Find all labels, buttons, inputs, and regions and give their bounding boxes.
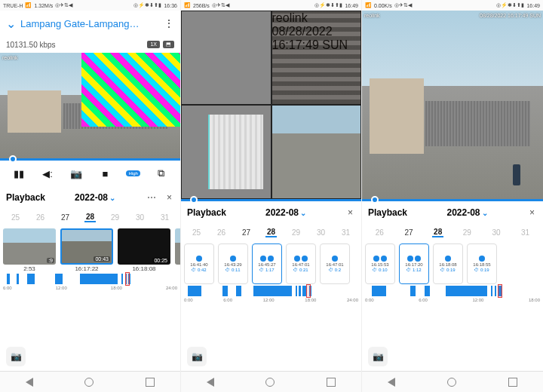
close-button[interactable]: × xyxy=(164,192,174,203)
playback-header: Playback 2022-08⌄ ⋯ × xyxy=(0,186,180,209)
speed-chip[interactable]: 1X xyxy=(147,41,160,48)
mute-button[interactable]: ◀: xyxy=(40,166,55,181)
timeline[interactable]: 0:00 6:00 12:00 18:00 24:00 xyxy=(181,284,361,310)
day-26[interactable]: 26 xyxy=(35,213,46,222)
clip-thumb[interactable]: 00:4316:17:22 xyxy=(60,228,113,272)
timeline[interactable]: 6:00 12:00 18:00 24:00 xyxy=(0,272,180,298)
day-28[interactable]: 28 xyxy=(84,213,96,222)
clock: 16:49 xyxy=(345,3,358,8)
clip-card[interactable]: 16:45:27⏱ 1:17 xyxy=(252,243,282,284)
day-26[interactable]: 26 xyxy=(216,228,227,237)
timestamp-overlay: 08/28/2022 16:17:49 SUN xyxy=(272,25,361,52)
brand-watermark: reolink xyxy=(364,13,380,18)
net-speed: 256B/s xyxy=(193,3,210,8)
tick: 12:00 xyxy=(56,286,67,290)
status-icons: ◎✈⇅◀ xyxy=(55,2,72,8)
day-29[interactable]: 29 xyxy=(462,228,473,237)
clip-card[interactable]: 16:47:01⏱ 0:2 xyxy=(320,243,350,284)
day-selector: 25 26 27 28 29 30 31 xyxy=(181,224,361,240)
clip-card[interactable]: 16:43:29⏱ 0:11 xyxy=(218,243,248,284)
day-27[interactable]: 27 xyxy=(241,228,252,237)
timeline[interactable]: 0:00 6:00 12:00 18:00 xyxy=(362,284,543,310)
camera-fab[interactable]: 📷 xyxy=(6,347,26,366)
clip-card[interactable]: 16:18:55⏱ 0:19 xyxy=(467,243,497,284)
day-30[interactable]: 30 xyxy=(490,228,502,237)
status-icons-right: ◎⚡✱⬇⬆▮ xyxy=(314,2,342,8)
day-30[interactable]: 30 xyxy=(315,228,327,237)
clip-card[interactable]: 16:18:08⏱ 0:19 xyxy=(433,243,463,284)
brand-watermark: reolink xyxy=(272,11,361,25)
day-selector: 26 27 28 29 30 31 xyxy=(362,224,543,240)
video-feed[interactable]: reolink 08/28/2022 16:17:49 SUN xyxy=(362,11,543,199)
day-25[interactable]: 25 xyxy=(10,213,21,222)
day-25[interactable]: 25 xyxy=(191,228,202,237)
screen-2: 📶256B/s◎✈⇅◀ ◎⚡✱⬇⬆▮16:49 reolink08/28/202… xyxy=(181,0,362,392)
menu-button[interactable]: ⋮ xyxy=(164,17,174,29)
clip-card[interactable]: 16:15:53⏱ 0:10 xyxy=(365,243,395,284)
nav-recent[interactable] xyxy=(327,378,336,387)
tick: 24:00 xyxy=(347,298,358,302)
scrubber[interactable] xyxy=(181,199,361,201)
close-button[interactable]: × xyxy=(527,207,537,218)
quality-button[interactable]: High xyxy=(126,170,140,176)
nav-recent[interactable] xyxy=(146,378,155,387)
tick: 6:00 xyxy=(3,286,12,290)
day-27[interactable]: 27 xyxy=(403,228,414,237)
timestamp-overlay: 08/28/2022 16:17:49 SUN xyxy=(480,13,541,18)
playback-header: Playback 2022-08⌄ × xyxy=(181,201,361,224)
scrubber[interactable] xyxy=(362,199,543,201)
nav-back[interactable] xyxy=(207,378,214,387)
day-28[interactable]: 28 xyxy=(265,228,277,237)
camera-fab[interactable]: 📷 xyxy=(368,347,388,366)
status-bar: 📶0.00K/s◎✈⇅◀ ◎⚡✱⬇⬆▮16:49 xyxy=(362,0,543,11)
tick: 18:00 xyxy=(111,286,122,290)
clock: 16:49 xyxy=(526,3,540,8)
day-30[interactable]: 30 xyxy=(134,213,146,222)
close-button[interactable]: × xyxy=(345,207,355,218)
nav-home[interactable] xyxy=(265,378,275,387)
back-button[interactable]: ⌄ xyxy=(6,17,16,31)
camera-fab[interactable]: 📷 xyxy=(187,347,207,366)
day-31[interactable]: 31 xyxy=(159,213,170,222)
clip-card[interactable]: 16:47:01⏱ 0:21 xyxy=(286,243,316,284)
video-grid[interactable]: reolink08/28/2022 16:17:49 SUN xyxy=(181,11,361,199)
video-feed[interactable]: reolink xyxy=(0,53,180,158)
nav-home[interactable] xyxy=(447,378,456,387)
bitrate-row: 10131.50 kbps 1X ⬒ xyxy=(0,36,180,53)
day-31[interactable]: 31 xyxy=(520,228,531,237)
bitrate-label: 10131.50 kbps xyxy=(6,41,56,49)
nav-home[interactable] xyxy=(84,378,94,387)
android-navbar xyxy=(362,371,543,392)
nav-recent[interactable] xyxy=(508,378,517,387)
day-29[interactable]: 29 xyxy=(290,228,302,237)
snapshot-button[interactable]: 📷 xyxy=(69,166,84,181)
day-29[interactable]: 29 xyxy=(109,213,121,222)
month-selector[interactable]: 2022-08⌄ xyxy=(447,207,488,218)
net-speed: 1.32M/s xyxy=(34,3,53,8)
scrubber[interactable] xyxy=(0,158,180,161)
clip-thumb[interactable]: :92:53 xyxy=(3,228,56,272)
tick: 6:00 xyxy=(419,298,428,302)
record-button[interactable]: ■ xyxy=(97,166,112,181)
layout-chip[interactable]: ⬒ xyxy=(163,41,174,48)
month-selector[interactable]: 2022-08⌄ xyxy=(265,207,306,218)
month-selector[interactable]: 2022-08⌄ xyxy=(75,192,115,203)
pause-button[interactable]: ▮▮ xyxy=(11,166,26,181)
player-controls: ▮▮ ◀: 📷 ■ High ⧉ xyxy=(0,161,180,186)
clip-card[interactable]: 16:41:40⏱ 0:42 xyxy=(184,243,214,284)
clip-card[interactable]: 16:17:20⏱ 1:12 xyxy=(399,243,429,284)
day-26[interactable]: 26 xyxy=(374,228,385,237)
clip-thumb[interactable]: 00:2516:18:08 xyxy=(118,228,170,272)
nav-back[interactable] xyxy=(388,378,395,387)
day-27[interactable]: 27 xyxy=(60,213,71,222)
android-navbar xyxy=(0,371,180,392)
playback-menu[interactable]: ⋯ xyxy=(145,192,158,203)
net-speed: 0.00K/s xyxy=(374,3,392,8)
day-28[interactable]: 28 xyxy=(432,228,443,237)
pip-button[interactable]: ⧉ xyxy=(154,166,169,181)
day-31[interactable]: 31 xyxy=(340,228,351,237)
camera-title[interactable]: Lampang Gate-Lampang… xyxy=(20,18,159,29)
playback-label: Playback xyxy=(187,207,226,218)
clip-thumb[interactable]: 00:1716:18 xyxy=(175,228,180,272)
nav-back[interactable] xyxy=(26,378,33,387)
